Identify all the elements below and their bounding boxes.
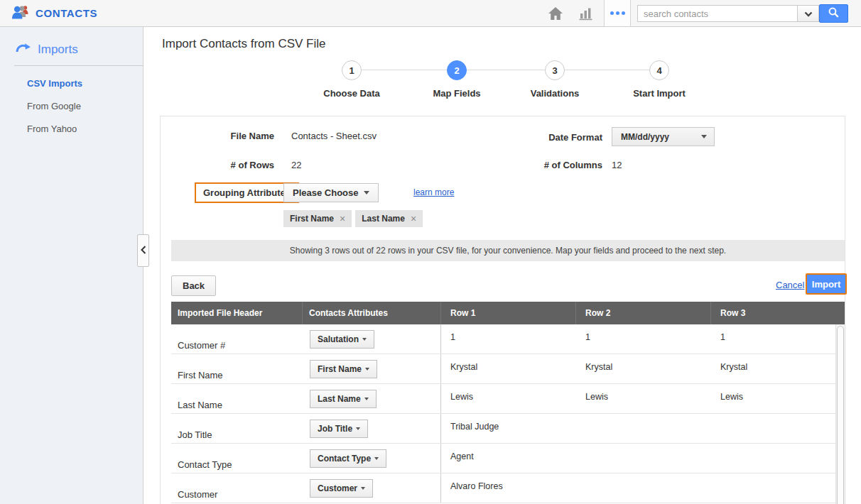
row1-cell: Lewis: [441, 384, 576, 413]
sidebar-item-from-google[interactable]: From Google: [27, 101, 143, 111]
column-header-contacts-attributes: Contacts Attributes: [303, 302, 441, 324]
search-input[interactable]: [637, 5, 798, 22]
attribute-cell: Customer: [303, 473, 441, 503]
table-row: Customer # Salutation 1 1 1: [171, 324, 845, 354]
file-name-label: File Name: [161, 131, 274, 141]
attribute-dropdown[interactable]: Last Name: [310, 390, 377, 408]
file-header-cell: Contact Type: [171, 444, 303, 473]
mapping-table: Imported File Header Contacts Attributes…: [171, 302, 845, 503]
table-row: Contact Type Contact Type Agent: [171, 444, 845, 473]
step-choose-data: 1 Choose Data: [316, 60, 387, 99]
sidebar-heading-imports: Imports: [16, 43, 143, 57]
table-header-row: Imported File Header Contacts Attributes…: [171, 302, 845, 324]
caret-down-icon: [701, 135, 707, 138]
step-map-fields: 2 Map Fields: [421, 60, 492, 99]
attribute-dropdown[interactable]: Customer: [310, 479, 373, 498]
columns-count-label: # of Columns: [517, 160, 602, 170]
attribute-cell: Salutation: [303, 324, 441, 354]
row2-cell: [576, 414, 711, 443]
table-row: Last Name Last Name Lewis Lewis Lewis: [171, 384, 845, 414]
rows-count-value: 22: [291, 160, 301, 170]
row2-cell: [576, 444, 711, 473]
step-circle: 4: [649, 60, 669, 80]
row1-cell: 1: [441, 324, 576, 354]
scrollbar-thumb[interactable]: [837, 326, 844, 504]
table-scrollbar[interactable]: [835, 324, 845, 504]
sidebar-collapse-handle[interactable]: [137, 234, 149, 267]
row3-cell: [711, 444, 845, 473]
step-start-import: 4 Start Import: [624, 60, 695, 99]
search-options-dropdown[interactable]: [797, 5, 819, 22]
top-bar: CONTACTS: [0, 0, 861, 27]
sidebar-item-csv-imports[interactable]: CSV Imports: [27, 78, 143, 89]
sidebar-divider: [14, 65, 143, 66]
caret-down-icon: [361, 487, 365, 490]
caret-down-icon: [374, 457, 379, 460]
attribute-dropdown[interactable]: Contact Type: [310, 449, 386, 468]
sidebar-item-from-yahoo[interactable]: From Yahoo: [27, 124, 143, 134]
close-icon[interactable]: ×: [411, 215, 416, 222]
row1-cell: Agent: [441, 444, 576, 473]
attribute-dropdown[interactable]: Job Title: [310, 420, 368, 438]
step-label: Map Fields: [421, 88, 492, 99]
attribute-dropdown[interactable]: First Name: [310, 360, 377, 378]
row2-cell: [576, 473, 711, 503]
search-button[interactable]: [819, 4, 848, 23]
chip-last-name: Last Name ×: [355, 210, 423, 227]
search-icon: [828, 6, 840, 21]
step-circle: 2: [447, 60, 467, 80]
row3-cell: [711, 414, 845, 443]
sidebar: Imports CSV Imports From Google From Yah…: [0, 27, 144, 504]
attribute-cell: Last Name: [303, 384, 441, 413]
import-panel: File Name Contacts - Sheet.csv Date Form…: [160, 116, 845, 504]
file-header-cell: Job Title: [171, 414, 303, 443]
rows-count-label: # of Rows: [161, 160, 274, 170]
file-header-cell: Last Name: [171, 384, 303, 413]
preview-notice: Showing 3 rows out of 22 rows in your CS…: [171, 240, 845, 261]
import-arrow-icon: [16, 43, 31, 57]
file-name-value: Contacts - Sheet.csv: [291, 131, 377, 141]
attribute-cell: Contact Type: [303, 444, 441, 473]
date-format-dropdown[interactable]: MM/dd/yyyy: [612, 127, 715, 146]
table-body: Customer # Salutation 1 1 1 First Name F…: [171, 324, 845, 503]
step-validations: 3 Validations: [519, 60, 590, 99]
grouping-attributes-dropdown[interactable]: Please Choose: [283, 183, 379, 202]
step-circle: 1: [342, 60, 362, 80]
date-format-label: Date Format: [517, 132, 602, 143]
file-header-cell: Customer: [171, 473, 303, 503]
table-row: Customer Customer Alvaro Flores: [171, 473, 845, 503]
attribute-cell: Job Title: [303, 414, 441, 443]
table-row: First Name First Name Krystal Krystal Kr…: [171, 354, 845, 384]
attribute-dropdown[interactable]: Salutation: [310, 330, 374, 349]
chevron-down-icon: [804, 7, 813, 20]
close-icon[interactable]: ×: [340, 215, 345, 222]
bar-chart-icon[interactable]: [578, 6, 594, 24]
home-icon[interactable]: [547, 6, 564, 24]
row1-cell: Krystal: [441, 354, 576, 383]
step-circle: 3: [545, 60, 565, 80]
app-logo[interactable]: CONTACTS: [11, 0, 97, 26]
column-header-row2: Row 2: [576, 302, 711, 324]
grouping-chips: First Name × Last Name ×: [283, 210, 423, 227]
column-header-row3: Row 3: [711, 302, 845, 324]
column-header-imported-file-header: Imported File Header: [171, 302, 303, 324]
table-row: Job Title Job Title Tribal Judge: [171, 414, 845, 444]
contacts-logo-icon: [11, 4, 30, 23]
step-label: Choose Data: [316, 88, 387, 99]
caret-down-icon: [356, 427, 360, 430]
row3-cell: [711, 473, 845, 503]
stepper-connector: [352, 70, 659, 70]
row2-cell: 1: [576, 324, 711, 354]
learn-more-link[interactable]: learn more: [413, 187, 454, 197]
column-header-row1: Row 1: [441, 302, 576, 324]
row1-cell: Tribal Judge: [441, 414, 576, 443]
step-label: Start Import: [624, 88, 695, 99]
caret-down-icon: [364, 191, 369, 195]
app-title: CONTACTS: [36, 7, 97, 19]
cancel-link[interactable]: Cancel: [776, 280, 804, 290]
row3-cell: Krystal: [711, 354, 845, 383]
step-label: Validations: [519, 88, 590, 99]
back-button[interactable]: Back: [171, 275, 216, 296]
more-options-icon[interactable]: [604, 0, 631, 26]
import-button[interactable]: Import: [806, 273, 847, 295]
